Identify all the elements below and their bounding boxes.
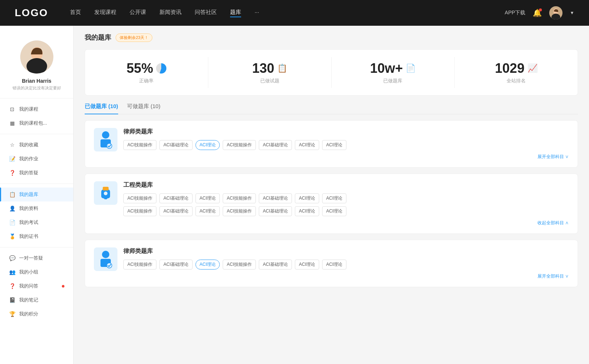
nav-bank[interactable]: 题库 <box>230 9 241 17</box>
bank-collapse-2[interactable]: 收起全部科目 ∧ <box>123 220 569 226</box>
bank-tag[interactable]: ACI技能操作 <box>223 260 256 270</box>
bank-tag[interactable]: ACI理论 <box>322 193 346 203</box>
bank-tag[interactable]: ACI理论 <box>295 206 319 216</box>
stat-value-row: 55% <box>92 61 201 76</box>
bank-tag[interactable]: ACI技能操作 <box>223 193 256 203</box>
bank-tag[interactable]: ACI基础理论 <box>159 140 193 150</box>
bank-tag[interactable]: ACI理论 <box>295 260 319 270</box>
app-download[interactable]: APP下载 <box>505 10 525 16</box>
sidebar-item-profile[interactable]: 👤 我的资料 <box>0 201 73 215</box>
bank-tag[interactable]: ACI理论 <box>295 140 319 150</box>
bank-tag[interactable]: ACI理论 <box>195 193 220 203</box>
sidebar-divider4 <box>0 247 73 247</box>
bank-expand-1[interactable]: 展开全部科目 ∨ <box>123 154 569 160</box>
nav-discover[interactable]: 发现课程 <box>94 9 116 17</box>
sidebar-item-favorites[interactable]: ☆ 我的收藏 <box>0 138 73 152</box>
navbar: LOGO 首页 发现课程 公开课 新闻资讯 问答社区 题库 ··· APP下载 … <box>0 0 589 26</box>
sidebar-username: Brian Harris <box>7 78 66 84</box>
sidebar-item-homework[interactable]: 📝 我的作业 <box>0 152 73 166</box>
bank-tag[interactable]: ACI技能操作 <box>123 193 156 203</box>
bank-tag[interactable]: ACI理论 <box>322 206 346 216</box>
sidebar-label: 我的课程包... <box>19 120 64 126</box>
bank-tag[interactable]: ACI基础理论 <box>259 206 292 216</box>
bank-tag[interactable]: ACI理论 <box>322 260 346 270</box>
bank-tag[interactable]: ACI基础理论 <box>259 260 292 270</box>
bank-tag[interactable]: ACI技能操作 <box>123 140 156 150</box>
user-menu-chevron[interactable]: ▼ <box>570 10 574 15</box>
bank-title-1: 律师类题库 <box>123 128 569 136</box>
svg-rect-11 <box>104 197 107 199</box>
bank-tag-active[interactable]: ACI理论 <box>195 260 220 270</box>
bank-icon-2 <box>94 181 117 205</box>
bar-chart-icon: 📈 <box>528 64 537 73</box>
bank-info-2: 工程类题库 ACI技能操作 ACI基础理论 ACI理论 ACI技能操作 ACI基… <box>123 181 569 226</box>
bank-tag[interactable]: ACI基础理论 <box>159 206 193 216</box>
sidebar-item-points[interactable]: 🏆 我的积分 <box>0 307 73 321</box>
bank-tag[interactable]: ACI基础理论 <box>159 193 193 203</box>
notification-bell[interactable]: 🔔 <box>533 8 542 17</box>
stat-value-row2: 130 📋 <box>216 61 324 76</box>
sidebar-menu: ⊡ 我的课程 ▦ 我的课程包... ☆ 我的收藏 📝 我的作业 ❓ 我的答疑 <box>0 102 73 328</box>
sidebar-label: 我的笔记 <box>19 297 64 303</box>
bank-tag[interactable]: ACI基础理论 <box>159 260 193 270</box>
tab-available[interactable]: 可做题库 (10) <box>127 103 161 114</box>
bank-tag[interactable]: ACI理论 <box>195 206 220 216</box>
sidebar-label: 我的考试 <box>19 219 64 226</box>
sidebar-profile: Brian Harris 错误的决定比没有决定要好 <box>0 33 73 94</box>
nav-more[interactable]: ··· <box>254 9 259 17</box>
course-icon: ⊡ <box>9 106 15 112</box>
bank-tags-3: ACI技能操作 ACI基础理论 ACI理论 ACI技能操作 ACI基础理论 AC… <box>123 260 569 270</box>
profile-icon: 👤 <box>9 206 15 211</box>
bank-tag[interactable]: ACI理论 <box>295 193 319 203</box>
svg-point-6 <box>102 131 109 139</box>
sidebar-item-group[interactable]: 👥 我的小组 <box>0 265 73 279</box>
sidebar-item-my-course[interactable]: ⊡ 我的课程 <box>0 102 73 116</box>
sidebar-label: 我的证书 <box>19 233 64 240</box>
sidebar-item-certificate[interactable]: 🏅 我的证书 <box>0 229 73 243</box>
bank-tag[interactable]: ACI理论 <box>322 140 346 150</box>
sidebar-item-qa[interactable]: ❓ 我的答疑 <box>0 166 73 180</box>
bank-card-3: 律师类题库 ACI技能操作 ACI基础理论 ACI理论 ACI技能操作 ACI基… <box>85 240 578 287</box>
sidebar-item-exam[interactable]: 📄 我的考试 <box>0 215 73 229</box>
page-header: 我的题库 体验剩余23天！ <box>85 33 578 42</box>
nav-open-course[interactable]: 公开课 <box>130 9 146 17</box>
logo[interactable]: LOGO <box>15 7 48 19</box>
accuracy-value: 55% <box>127 61 153 76</box>
sidebar: Brian Harris 错误的决定比没有决定要好 ⊡ 我的课程 ▦ 我的课程包… <box>0 26 74 364</box>
bank-tag-active[interactable]: ACI理论 <box>195 140 220 150</box>
tab-done[interactable]: 已做题库 (10) <box>85 103 118 114</box>
bank-icon: 📋 <box>9 192 15 197</box>
sidebar-item-notes[interactable]: 📓 我的笔记 <box>0 293 73 307</box>
qa-icon: ❓ <box>9 170 15 176</box>
bank-tag[interactable]: ACI基础理论 <box>259 193 292 203</box>
nav-qa[interactable]: 问答社区 <box>195 9 217 17</box>
sidebar-item-question[interactable]: ❓ 我的问答 <box>0 279 73 293</box>
homework-icon: 📝 <box>9 156 15 162</box>
bank-card-header-3: 律师类题库 ACI技能操作 ACI基础理论 ACI理论 ACI技能操作 ACI基… <box>94 247 569 279</box>
user-avatar[interactable] <box>549 6 562 19</box>
bank-tag[interactable]: ACI基础理论 <box>259 140 292 150</box>
sidebar-item-1to1[interactable]: 💬 一对一答疑 <box>0 251 73 265</box>
stat-value-row4: 1029 📈 <box>462 61 570 76</box>
nav-home[interactable]: 首页 <box>70 9 81 17</box>
sidebar-label: 我的积分 <box>19 311 64 317</box>
sidebar-item-bank[interactable]: 📋 我的题库 <box>0 188 73 201</box>
cert-icon: 🏅 <box>9 233 15 239</box>
rank-label: 全站排名 <box>462 78 570 84</box>
bank-card-1: 律师类题库 ACI技能操作 ACI基础理论 ACI理论 ACI技能操作 ACI基… <box>85 120 578 168</box>
rank-value: 1029 <box>495 61 525 76</box>
bank-tags-row1-2: ACI技能操作 ACI基础理论 ACI理论 ACI技能操作 ACI基础理论 AC… <box>123 193 569 203</box>
stat-done-questions: 130 📋 已做试题 <box>208 57 332 88</box>
sidebar-item-course-pack[interactable]: ▦ 我的课程包... <box>0 116 73 130</box>
bank-tag[interactable]: ACI技能操作 <box>223 206 256 216</box>
chat-icon: 💬 <box>9 255 15 261</box>
svg-point-5 <box>27 58 47 74</box>
sidebar-divider <box>0 98 73 99</box>
accuracy-pie-icon <box>156 63 166 74</box>
nav-news[interactable]: 新闻资讯 <box>159 9 181 17</box>
pack-icon: ▦ <box>9 120 15 126</box>
bank-tag[interactable]: ACI技能操作 <box>223 140 256 150</box>
bank-tag[interactable]: ACI技能操作 <box>123 206 156 216</box>
bank-tag[interactable]: ACI技能操作 <box>123 260 156 270</box>
bank-expand-3[interactable]: 展开全部科目 ∨ <box>123 273 569 279</box>
